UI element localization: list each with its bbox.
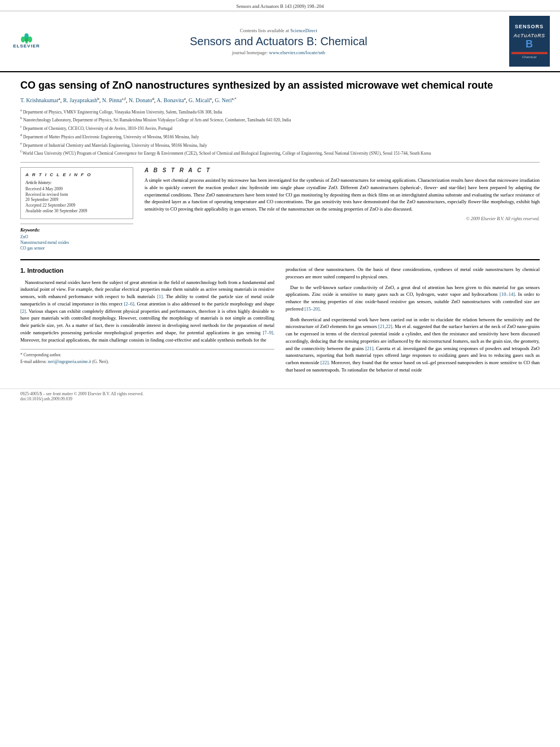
keywords-box: Keywords: ZnO Nanostructured metal oxide… bbox=[20, 224, 133, 251]
badge-sensors-text: SENSORS bbox=[515, 24, 544, 29]
abstract-column: A B S T R A C T A simple wet chemical pr… bbox=[145, 167, 540, 251]
keyword-1: ZnO bbox=[20, 234, 133, 239]
received-date: Received 4 May 2009 bbox=[25, 186, 128, 191]
footnote: * Corresponding author. E-mail address: … bbox=[20, 349, 274, 365]
author-bonavita: A. Bonavita bbox=[157, 98, 184, 104]
elsevier-logo: ELSEVIER bbox=[7, 33, 46, 49]
affiliation-a: a Department of Physics, VMKV Engineerin… bbox=[20, 107, 540, 115]
keywords-title: Keywords: bbox=[20, 228, 133, 233]
page-footer: 0925-4005/$ – see front matter © 2009 El… bbox=[0, 388, 560, 401]
body-col-left: 1. Introduction Nanostructured metal oxi… bbox=[20, 266, 274, 377]
journal-homepage: journal homepage: www.elsevier.com/locat… bbox=[232, 50, 325, 55]
badge-actuators-text: AcTuAToRS bbox=[514, 33, 545, 38]
accepted-date: Accepted 22 September 2009 bbox=[25, 203, 128, 208]
ref-21[interactable]: [21] bbox=[365, 346, 373, 351]
author-sup-cf: c,f bbox=[122, 97, 126, 101]
author-sup-e3: e,* bbox=[231, 97, 236, 101]
body-para-right-3: Both theoretical and experimental work h… bbox=[286, 316, 540, 374]
author-neri: G. Neri bbox=[215, 98, 231, 104]
online-date: Available online 30 September 2009 bbox=[25, 208, 128, 213]
email-link[interactable]: neri@ingegneria.unime.it bbox=[48, 359, 91, 364]
article-history-label: Article history: bbox=[25, 180, 128, 185]
sciencedirect-link[interactable]: ScienceDirect bbox=[290, 28, 317, 33]
affiliation-f: f World Class University (WCU) Program o… bbox=[20, 148, 540, 156]
ref-15-20[interactable]: [15–20] bbox=[304, 306, 320, 312]
ref-21-22[interactable]: [21,22] bbox=[378, 324, 392, 329]
authors-line: T. Krishnakumara, R. Jayaprakashb, N. Pi… bbox=[20, 97, 540, 103]
revised-date: Received in revised form20 September 200… bbox=[25, 192, 128, 202]
svg-point-3 bbox=[28, 36, 32, 42]
body-section: 1. Introduction Nanostructured metal oxi… bbox=[20, 259, 540, 377]
badge-strip bbox=[511, 52, 548, 54]
journal-citation: Sensors and Actuators B 143 (2009) 198–2… bbox=[237, 3, 324, 9]
article-info-title: A R T I C L E I N F O bbox=[25, 172, 128, 177]
author-micali: G. Micali bbox=[189, 98, 210, 104]
author-sup-d: d bbox=[152, 97, 155, 101]
main-content: CO gas sensing of ZnO nanostructures syn… bbox=[0, 72, 560, 384]
author-sup-a: a bbox=[59, 97, 60, 101]
ref-22[interactable]: [22] bbox=[321, 360, 329, 365]
body-para-right-1: production of these nanostructures. On t… bbox=[286, 266, 540, 281]
affiliation-b: b Nanotechnology Laboratory, Department … bbox=[20, 115, 540, 123]
badge-chemical: Chemical bbox=[522, 55, 536, 59]
article-info-column: A R T I C L E I N F O Article history: R… bbox=[20, 167, 133, 251]
author-pinna: N. Pinna bbox=[102, 98, 122, 104]
article-info-box: A R T I C L E I N F O Article history: R… bbox=[20, 167, 133, 219]
affiliation-e: e Department of Industrial Chemistry and… bbox=[20, 141, 540, 148]
keyword-3: CO gas sensor bbox=[20, 246, 133, 251]
header-left: ELSEVIER bbox=[7, 16, 52, 67]
author-sup-e1: e bbox=[184, 97, 186, 101]
ref-2b[interactable]: [2] bbox=[20, 308, 26, 314]
author-donato: N. Donato bbox=[129, 98, 152, 104]
footer-doi: doi:10.1016/j.snb.2009.09.039 bbox=[20, 396, 540, 401]
header-center: Contents lists available at ScienceDirec… bbox=[58, 16, 500, 67]
svg-point-2 bbox=[21, 36, 25, 42]
author-krishnakumar: T. Krishnakumar bbox=[20, 98, 59, 104]
body-para-right-2: Due to the well-known surface conductivi… bbox=[286, 284, 540, 313]
article-title: CO gas sensing of ZnO nanostructures syn… bbox=[20, 79, 540, 92]
ref-2-6[interactable]: [2–6] bbox=[124, 301, 134, 307]
divider-1 bbox=[20, 162, 540, 163]
affiliation-d: d Department of Matter Physics and Elect… bbox=[20, 132, 540, 140]
body-col-right: production of these nanostructures. On t… bbox=[286, 266, 540, 377]
abstract-title: A B S T R A C T bbox=[145, 167, 540, 173]
author-jayaprakash: R. Jayaprakash bbox=[63, 98, 98, 104]
page: Sensors and Actuators B 143 (2009) 198–2… bbox=[0, 0, 560, 747]
section-1-heading: 1. Introduction bbox=[20, 266, 274, 276]
header-right: SENSORS ... AcTuAToRS B Chemical bbox=[505, 16, 553, 67]
affiliations: a Department of Physics, VMKV Engineerin… bbox=[20, 107, 540, 157]
author-sup-e2: e bbox=[210, 97, 212, 101]
abstract-text: A simple wet chemical process assisted b… bbox=[145, 177, 540, 213]
elsevier-tree-icon bbox=[19, 33, 34, 43]
corresponding-author-label: * Corresponding author. bbox=[20, 352, 274, 358]
author-sup-b: b bbox=[97, 97, 99, 101]
journal-top-bar: Sensors and Actuators B 143 (2009) 198–2… bbox=[0, 0, 560, 11]
badge-b-text: B bbox=[526, 38, 533, 50]
header-section: ELSEVIER Contents lists available at Sci… bbox=[0, 11, 560, 72]
body-para-1: Nanostructured metal oxides have been th… bbox=[20, 279, 274, 344]
journal-badge: SENSORS ... AcTuAToRS B Chemical bbox=[509, 16, 550, 67]
info-abstract-columns: A R T I C L E I N F O Article history: R… bbox=[20, 167, 540, 251]
homepage-link[interactable]: www.elsevier.com/locate/snb bbox=[269, 50, 326, 55]
journal-title: Sensors and Actuators B: Chemical bbox=[190, 35, 368, 48]
body-columns: 1. Introduction Nanostructured metal oxi… bbox=[20, 266, 540, 377]
keyword-2: Nanostructured metal oxides bbox=[20, 240, 133, 245]
email-line: E-mail address: neri@ingegneria.unime.it… bbox=[20, 359, 274, 365]
abstract-section: A B S T R A C T A simple wet chemical pr… bbox=[145, 167, 540, 221]
ref-1[interactable]: [1] bbox=[157, 294, 163, 299]
ref-7-9[interactable]: [7–9] bbox=[262, 330, 273, 335]
affiliation-c: c Department of Chemistry, CICECO, Unive… bbox=[20, 124, 540, 132]
svg-point-4 bbox=[24, 33, 28, 38]
sciencedirect-label: Contents lists available at ScienceDirec… bbox=[240, 28, 317, 33]
ref-10-14[interactable]: [10–14] bbox=[500, 291, 515, 297]
footer-issn: 0925-4005/$ – see front matter © 2009 El… bbox=[20, 391, 540, 396]
elsevier-text: ELSEVIER bbox=[13, 43, 40, 49]
abstract-copyright: © 2009 Elsevier B.V. All rights reserved… bbox=[145, 216, 540, 221]
